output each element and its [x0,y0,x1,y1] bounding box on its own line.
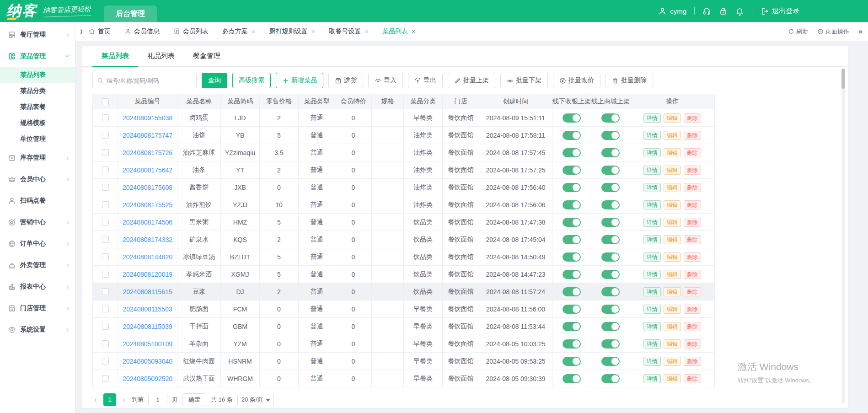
next-page-button[interactable]: › [121,395,127,405]
row-checkbox[interactable] [102,340,109,347]
delete-button[interactable]: 删除 [684,148,701,157]
headset-icon[interactable] [702,7,711,16]
sidebar-subitem-spec-template[interactable]: 规格模板 [0,115,75,131]
delete-button[interactable]: 删除 [684,235,701,244]
sidebar-subitem-dish-combo[interactable]: 菜品套餐 [0,99,75,115]
edit-button[interactable]: 编辑 [664,322,681,331]
advanced-search-button[interactable]: 高级搜索 [232,73,271,88]
offline-pos-toggle[interactable] [563,113,581,123]
dish-code-link[interactable]: 20240808144820 [123,253,172,261]
prev-page-button[interactable]: ‹ [92,395,99,405]
breadcrumb-tab-dish-list[interactable]: 菜品列表× [382,27,416,36]
breadcrumb-tab-member-info[interactable]: 会员信息 [124,27,160,36]
delete-button[interactable]: 删除 [684,374,701,383]
purchase-button[interactable]: 进货 [328,73,363,88]
confirm-button[interactable]: 确定 [182,393,206,406]
offline-pos-toggle[interactable] [563,374,581,383]
edit-button[interactable]: 编辑 [664,339,681,349]
sidebar-item-dish[interactable]: 菜品管理› [0,45,75,67]
edit-button[interactable]: 编辑 [664,131,681,140]
online-mall-toggle[interactable] [601,183,620,192]
detail-button[interactable]: 详情 [643,339,661,349]
offline-pos-toggle[interactable] [563,235,581,244]
delete-button[interactable]: 删除 [684,252,701,262]
row-checkbox[interactable] [102,323,109,330]
dish-code-link[interactable]: 20240808174506 [123,219,172,226]
delete-button[interactable]: 删除 [684,200,701,209]
tab-close-icon[interactable]: × [252,27,256,35]
export-button[interactable]: 导出 [408,73,443,88]
row-checkbox[interactable] [102,306,109,312]
offline-pos-toggle[interactable] [563,166,581,175]
offline-pos-toggle[interactable] [563,252,581,262]
batch-on-shelf-button[interactable]: 批量上架 [448,73,495,88]
offline-pos-toggle[interactable] [563,148,581,157]
dish-code-link[interactable]: 20240808175642 [123,166,172,174]
sidebar-item-order-center[interactable]: 订单中心› [0,233,75,254]
tab-close-icon[interactable]: × [364,27,369,35]
online-mall-toggle[interactable] [601,235,620,244]
select-all-checkbox[interactable] [102,98,109,105]
row-checkbox[interactable] [102,166,109,173]
sidebar-subitem-dish-category[interactable]: 菜品分类 [0,83,75,99]
user-menu[interactable]: cymg [658,7,686,16]
offline-pos-toggle[interactable] [563,183,581,192]
bell-icon[interactable] [735,7,744,16]
delete-button[interactable]: 删除 [684,113,701,123]
sidebar-item-member-center[interactable]: 会员中心› [0,168,75,190]
delete-button[interactable]: 删除 [684,357,701,366]
detail-button[interactable]: 详情 [643,218,661,227]
edit-button[interactable]: 编辑 [664,270,681,279]
delete-button[interactable]: 删除 [684,287,701,296]
batch-off-shelf-button[interactable]: 批量下架 [500,73,548,88]
sidebar-item-restaurant[interactable]: 餐厅管理› [0,24,75,45]
online-mall-toggle[interactable] [601,339,620,349]
scrollbar-thumb[interactable] [841,69,845,89]
dish-code-link[interactable]: 20240808115039 [123,323,172,330]
batch-delete-button[interactable]: 批量删除 [605,73,653,88]
batch-reprice-button[interactable]: 批量改价 [553,73,600,88]
offline-pos-toggle[interactable] [563,322,581,331]
online-mall-toggle[interactable] [601,218,620,227]
detail-button[interactable]: 详情 [643,305,661,314]
edit-button[interactable]: 编辑 [664,166,681,175]
row-checkbox[interactable] [102,132,109,139]
dish-code-link[interactable]: 20240805093040 [123,358,172,365]
online-mall-toggle[interactable] [601,131,620,140]
breadcrumb-tab-must-order-plan[interactable]: 必点方案× [222,27,256,36]
sidebar-item-marketing-center[interactable]: 营销中心› [0,211,75,233]
search-input[interactable] [107,77,192,84]
lock-icon[interactable] [719,7,728,16]
page-size-select[interactable]: 20 条/页 [237,394,274,406]
online-mall-toggle[interactable] [601,374,620,383]
content-tab-dish-list[interactable]: 菜品列表 [92,46,138,67]
dish-code-link[interactable]: 20240808175525 [123,201,172,209]
delete-button[interactable]: 删除 [684,166,701,175]
delete-button[interactable]: 删除 [684,218,701,227]
breadcrumb-tab-kitchen-print-rules[interactable]: 厨打规则设置× [269,27,315,36]
detail-button[interactable]: 详情 [643,235,661,244]
online-mall-toggle[interactable] [601,357,620,366]
online-mall-toggle[interactable] [601,200,620,209]
sidebar-subitem-unit-manage[interactable]: 单位管理 [0,131,75,147]
sidebar-collapse-icon[interactable]: › [80,25,82,38]
detail-button[interactable]: 详情 [643,252,661,262]
row-checkbox[interactable] [102,114,109,121]
query-button[interactable]: 查询 [202,73,227,88]
breadcrumb-tab-member-list[interactable]: 会员列表 [173,27,209,36]
online-mall-toggle[interactable] [601,322,620,331]
row-checkbox[interactable] [102,253,109,260]
offline-pos-toggle[interactable] [563,339,581,349]
row-checkbox[interactable] [102,149,109,156]
sidebar-item-takeout-manage[interactable]: 外卖管理› [0,254,75,276]
goto-page-input[interactable] [148,394,167,406]
offline-pos-toggle[interactable] [563,200,581,209]
edit-button[interactable]: 编辑 [664,218,681,227]
edit-button[interactable]: 编辑 [664,200,681,209]
detail-button[interactable]: 详情 [643,166,661,175]
delete-button[interactable]: 删除 [684,183,701,192]
row-checkbox[interactable] [102,358,109,365]
edit-button[interactable]: 编辑 [664,374,681,383]
delete-button[interactable]: 删除 [684,322,701,331]
row-checkbox[interactable] [102,184,109,191]
